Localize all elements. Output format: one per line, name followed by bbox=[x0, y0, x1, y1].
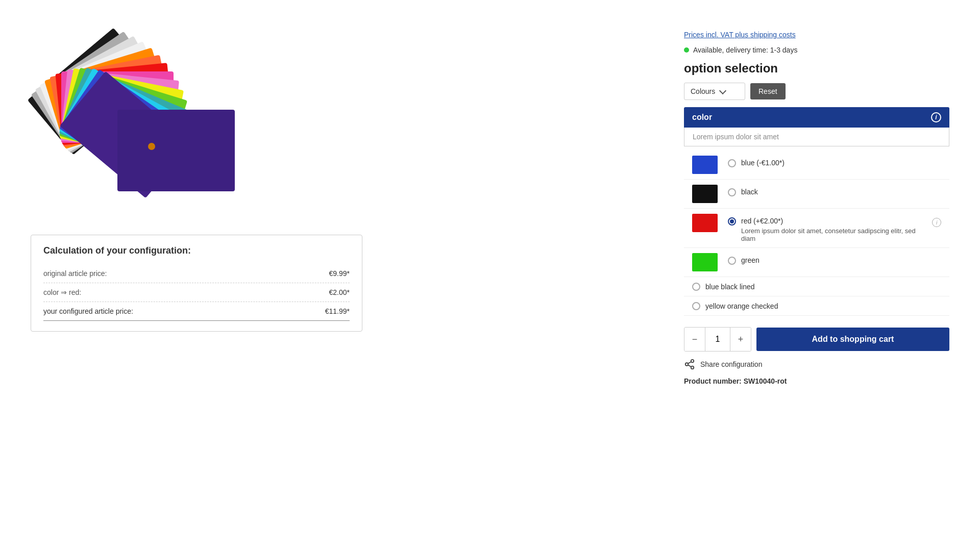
filter-row: Colours Reset bbox=[684, 83, 949, 100]
add-to-cart-button[interactable]: Add to shopping cart bbox=[756, 328, 949, 351]
option-label-container: blue (-€1.00*) bbox=[741, 159, 785, 167]
svg-point-2 bbox=[691, 366, 694, 369]
color-option-row[interactable]: blue (-€1.00*) bbox=[684, 151, 949, 180]
calc-row-label: your configured article price: bbox=[43, 307, 133, 315]
quantity-decrease-button[interactable]: − bbox=[684, 328, 705, 351]
availability-text: Available, delivery time: 1-3 days bbox=[693, 46, 797, 54]
svg-point-0 bbox=[691, 360, 694, 363]
left-panel: Calculation of your configuration: origi… bbox=[31, 20, 653, 531]
color-section-header: color i bbox=[684, 107, 949, 128]
color-option-row[interactable]: green bbox=[684, 248, 949, 277]
color-swatch bbox=[692, 185, 718, 203]
color-search-box: Lorem ipsum dolor sit amet bbox=[684, 128, 949, 146]
availability-row: Available, delivery time: 1-3 days bbox=[684, 46, 949, 54]
color-option-row[interactable]: black bbox=[684, 180, 949, 209]
color-swatch bbox=[692, 253, 718, 271]
page-container: Calculation of your configuration: origi… bbox=[0, 0, 980, 551]
calc-row-value: €2.00* bbox=[329, 288, 350, 296]
availability-dot bbox=[684, 47, 689, 53]
radio-input[interactable] bbox=[692, 302, 700, 310]
quantity-stepper: − + bbox=[684, 327, 751, 352]
product-number-value: SW10040-rot bbox=[744, 377, 787, 385]
radio-input[interactable] bbox=[728, 159, 736, 167]
no-swatch-option-row[interactable]: blue black lined bbox=[684, 277, 949, 296]
calc-row-label: color ⇒ red: bbox=[43, 288, 81, 296]
chevron-down-icon bbox=[719, 87, 726, 94]
option-label: red (+€2.00*) bbox=[741, 217, 927, 225]
color-swatch bbox=[692, 156, 718, 174]
calc-title: Calculation of your configuration: bbox=[43, 245, 350, 256]
option-selection-title: option selection bbox=[684, 61, 949, 76]
option-label-container: green bbox=[741, 256, 760, 264]
option-label: blue black lined bbox=[705, 283, 755, 291]
share-icon bbox=[684, 359, 695, 370]
calc-row: your configured article price:€11.99* bbox=[43, 302, 350, 321]
color-header-label: color bbox=[692, 113, 712, 122]
option-info-icon[interactable]: i bbox=[932, 218, 941, 227]
quantity-increase-button[interactable]: + bbox=[730, 328, 751, 351]
option-label-container: red (+€2.00*)Lorem ipsum dolor sit amet,… bbox=[741, 217, 927, 242]
radio-label-group: red (+€2.00*)Lorem ipsum dolor sit amet,… bbox=[728, 214, 941, 242]
option-label: yellow orange checked bbox=[705, 302, 778, 310]
quantity-input[interactable] bbox=[705, 328, 730, 351]
radio-label-group: blue (-€1.00*) bbox=[728, 156, 941, 167]
calc-row: original article price:€9.99* bbox=[43, 264, 350, 283]
svg-point-1 bbox=[685, 363, 689, 366]
color-section: color i Lorem ipsum dolor sit amet blue … bbox=[684, 107, 949, 316]
calc-row-value: €9.99* bbox=[329, 269, 350, 278]
vat-link[interactable]: Prices incl. VAT plus shipping costs bbox=[684, 31, 949, 39]
colours-dropdown[interactable]: Colours bbox=[684, 83, 745, 100]
product-number-label: Product number: bbox=[684, 377, 742, 385]
share-row[interactable]: Share configuration bbox=[684, 359, 949, 370]
color-options-list: blue (-€1.00*)blackred (+€2.00*)Lorem ip… bbox=[684, 151, 949, 316]
option-label: black bbox=[741, 188, 758, 196]
svg-line-3 bbox=[688, 365, 691, 367]
option-label: green bbox=[741, 256, 760, 264]
radio-label-group: black bbox=[728, 185, 941, 196]
radio-input[interactable] bbox=[728, 257, 736, 265]
option-label: blue (-€1.00*) bbox=[741, 159, 785, 167]
reset-button[interactable]: Reset bbox=[750, 83, 786, 99]
add-to-cart-section: − + Add to shopping cart bbox=[684, 327, 949, 352]
option-label-container: black bbox=[741, 188, 758, 196]
color-option-row[interactable]: red (+€2.00*)Lorem ipsum dolor sit amet,… bbox=[684, 209, 949, 248]
share-label: Share configuration bbox=[700, 360, 762, 368]
radio-label-group: green bbox=[728, 253, 941, 265]
no-swatch-option-row[interactable]: yellow orange checked bbox=[684, 296, 949, 316]
calc-box: Calculation of your configuration: origi… bbox=[31, 235, 362, 332]
color-info-icon[interactable]: i bbox=[931, 112, 941, 122]
calc-row-value: €11.99* bbox=[325, 307, 350, 315]
svg-line-4 bbox=[688, 362, 691, 364]
product-number-row: Product number: SW10040-rot bbox=[684, 377, 949, 385]
colours-label: Colours bbox=[691, 87, 715, 95]
option-desc: Lorem ipsum dolor sit amet, consetetur s… bbox=[741, 227, 927, 242]
calc-row-label: original article price: bbox=[43, 269, 107, 278]
right-panel: Prices incl. VAT plus shipping costs Ava… bbox=[684, 20, 949, 531]
radio-input[interactable] bbox=[728, 217, 736, 226]
color-fan-image bbox=[31, 31, 245, 214]
radio-input[interactable] bbox=[728, 188, 736, 196]
radio-input[interactable] bbox=[692, 283, 700, 291]
color-swatch bbox=[692, 214, 718, 232]
main-fan-card bbox=[117, 110, 235, 191]
calc-row: color ⇒ red:€2.00* bbox=[43, 283, 350, 302]
